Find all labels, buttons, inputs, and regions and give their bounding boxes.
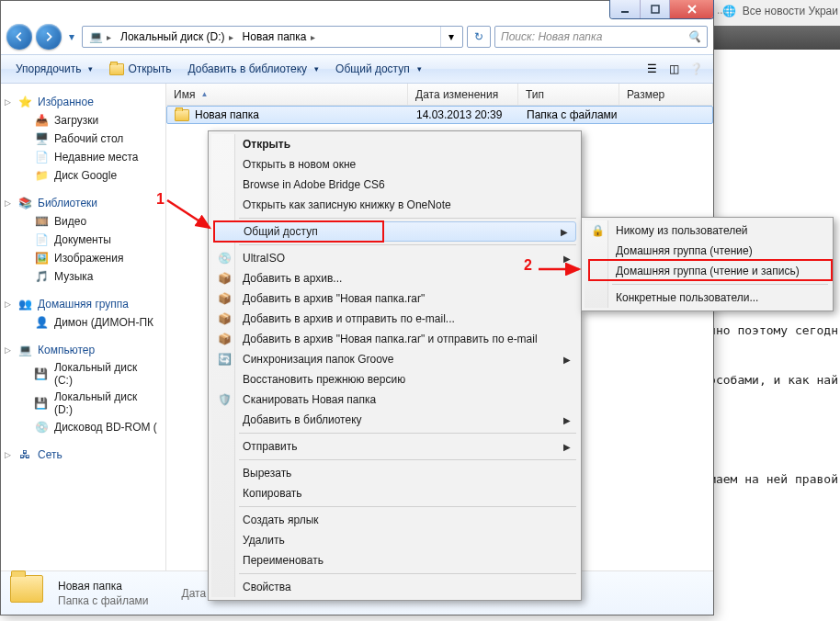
tb-share[interactable]: Общий доступ [328, 58, 429, 80]
ctx-onenote[interactable]: Открыть как записную книжку в OneNote [211, 195, 578, 215]
col-type[interactable]: Тип [518, 84, 619, 105]
downloads-icon: 📥 [34, 113, 49, 128]
sidebar-item-gdrive[interactable]: 📁Диск Google [1, 166, 165, 185]
annotation-arrow-2 [537, 263, 585, 276]
ctx-shortcut[interactable]: Создать ярлык [211, 510, 578, 530]
refresh-icon: ↻ [474, 30, 483, 43]
doc-icon: 📄 [34, 232, 49, 247]
sidebar-item-disk-d[interactable]: 💾Локальный диск (D:) [1, 389, 165, 418]
close-button[interactable] [669, 0, 713, 18]
ctx-bridge[interactable]: Browse in Adobe Bridge CS6 [211, 175, 578, 195]
drive-icon: 💾 [34, 396, 49, 411]
submenu-arrow-icon: ▶ [563, 355, 571, 365]
column-headers: Имя▲ Дата изменения Тип Размер [166, 84, 713, 106]
scan-icon: 🛡️ [217, 392, 232, 407]
ctx-copy[interactable]: Копировать [211, 483, 578, 503]
details-name: Новая папка [58, 580, 149, 593]
sub-none[interactable]: 🔒Никому из пользователей [585, 220, 830, 241]
sb-network-head[interactable]: ▷🖧Сеть [1, 446, 165, 464]
desktop-icon: 🖥️ [34, 131, 49, 146]
sidebar-item-downloads[interactable]: 📥Загрузки [1, 111, 165, 130]
computer-tree-icon: 💻 [17, 343, 32, 357]
search-input[interactable]: Поиск: Новая папка 🔍 [494, 26, 708, 48]
ctx-lib-add[interactable]: Добавить в библиотеку▶ [211, 410, 578, 430]
user-icon: 👤 [34, 315, 49, 330]
ctx-send[interactable]: Отправить▶ [211, 436, 578, 457]
sidebar-item-documents[interactable]: 📄Документы [1, 231, 165, 249]
star-icon: ⭐ [17, 95, 32, 109]
tb-help[interactable]: ❔ [686, 59, 706, 79]
ctx-scan[interactable]: 🛡️Сканировать Новая папка [211, 390, 578, 410]
ctx-properties[interactable]: Свойства [211, 577, 578, 597]
sidebar-item-music[interactable]: 🎵Музыка [1, 267, 165, 286]
bg-tab-right: 🌐 Все новости Украи [722, 4, 838, 18]
ctx-open[interactable]: Открыть [211, 134, 578, 154]
submenu-arrow-icon: ▶ [561, 227, 568, 237]
winrar-icon: 📦 [217, 271, 232, 286]
col-name[interactable]: Имя▲ [166, 84, 408, 105]
bc-seg-folder[interactable]: Новая папка▸ [239, 27, 319, 47]
winrar-icon: 📦 [217, 332, 232, 346]
gdrive-icon: 📁 [34, 168, 49, 183]
computer-icon: 💻 [88, 29, 103, 44]
ctx-rename[interactable]: Переименовать [211, 550, 578, 570]
col-size[interactable]: Размер [619, 84, 713, 105]
ctx-restore[interactable]: Восстановить прежнюю версию [211, 369, 578, 390]
tb-organize[interactable]: Упорядочить [8, 58, 100, 80]
folder-icon [175, 107, 189, 122]
submenu-arrow-icon: ▶ [563, 254, 571, 264]
winrar-icon: 📦 [217, 311, 232, 326]
sb-homegroup-head[interactable]: ▷👥Домашняя группа [1, 295, 165, 313]
sidebar-item-recent[interactable]: 📄Недавние места [1, 148, 165, 166]
lock-icon: 🔒 [590, 223, 605, 238]
sb-computer-head[interactable]: ▷💻Компьютер [1, 341, 165, 359]
ctx-groove[interactable]: 🔄Синхронизация папок Groove▶ [211, 349, 578, 369]
refresh-button[interactable]: ↻ [467, 26, 491, 48]
minimize-button[interactable] [610, 0, 640, 18]
nav-history-dropdown[interactable]: ▾ [65, 24, 78, 50]
recent-icon: 📄 [34, 150, 49, 164]
sub-hg-read[interactable]: Домашняя группа (чтение) [585, 241, 830, 261]
maximize-button[interactable] [640, 0, 669, 18]
ctx-add-rar-email[interactable]: 📦Добавить в архив "Новая папка.rar" и от… [211, 329, 578, 349]
nav-forward-button[interactable] [36, 24, 62, 50]
tb-open[interactable]: Открыть [102, 58, 178, 80]
breadcrumb-dropdown[interactable]: ▾ [440, 27, 460, 47]
sb-libraries-head[interactable]: ▷📚Библиотеки [1, 194, 165, 212]
sidebar-item-pictures[interactable]: 🖼️Изображения [1, 249, 165, 267]
col-modified[interactable]: Дата изменения [408, 84, 518, 105]
command-bar: Упорядочить Открыть Добавить в библиотек… [1, 54, 713, 84]
bg-tab-right-label: Все новости Украи [743, 5, 838, 17]
bc-computer-icon[interactable]: 💻▸ [85, 27, 115, 47]
submenu-arrow-icon: ▶ [563, 415, 571, 425]
ctx-delete[interactable]: Удалить [211, 530, 578, 550]
bc-seg-disk[interactable]: Локальный диск (D:)▸ [117, 27, 237, 47]
sidebar-item-desktop[interactable]: 🖥️Рабочий стол [1, 130, 165, 148]
tb-add-library[interactable]: Добавить в библиотеку [181, 58, 327, 80]
annotation-number-2: 2 [524, 257, 532, 274]
breadcrumb[interactable]: 💻▸ Локальный диск (D:)▸ Новая папка▸ ▾ [82, 26, 463, 48]
video-icon: 🎞️ [34, 214, 49, 229]
ctx-add-email[interactable]: 📦Добавить в архив и отправить по e-mail.… [211, 309, 578, 329]
tb-preview-pane[interactable]: ◫ [664, 59, 684, 79]
ctx-share[interactable]: Общий доступ▶ [213, 221, 576, 242]
sidebar-item-bdrom[interactable]: 💿Дисковод BD-ROM ( [1, 418, 165, 436]
sb-favorites-head[interactable]: ▷⭐Избранное [1, 93, 165, 111]
homegroup-icon: 👥 [17, 297, 32, 311]
sub-specific[interactable]: Конкретные пользователи... [585, 288, 830, 308]
file-row-selected[interactable]: Новая папка 14.03.2013 20:39 Папка с фай… [166, 106, 713, 124]
disc-icon: 💿 [34, 420, 49, 435]
ctx-open-new[interactable]: Открыть в новом окне [211, 154, 578, 175]
ctx-cut[interactable]: Вырезать [211, 463, 578, 483]
search-placeholder: Поиск: Новая папка [501, 30, 602, 43]
tb-view-options[interactable]: ☰ [641, 59, 662, 79]
sidebar-item-videos[interactable]: 🎞️Видео [1, 212, 165, 231]
sidebar-item-disk-c[interactable]: 💾Локальный диск (C:) [1, 359, 165, 389]
nav-back-button[interactable] [6, 24, 32, 50]
details-folder-icon [10, 575, 47, 612]
sidebar-item-hg-user[interactable]: 👤Димон (ДИМОН-ПК [1, 313, 165, 332]
svg-rect-0 [621, 11, 629, 13]
open-folder-icon [109, 62, 124, 76]
sub-hg-write[interactable]: Домашняя группа (чтение и запись) [585, 261, 830, 281]
ctx-add-rar[interactable]: 📦Добавить в архив "Новая папка.rar" [211, 288, 578, 309]
